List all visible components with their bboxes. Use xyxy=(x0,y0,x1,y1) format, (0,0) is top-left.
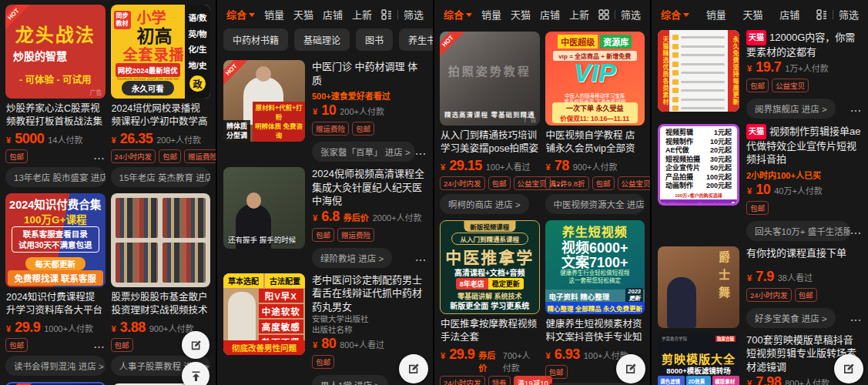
sort-comprehensive[interactable]: 综合 xyxy=(444,7,472,22)
image-text: 古法配置 xyxy=(265,273,305,288)
product-item[interactable]: 视频剪辑1元起 视频制作10元起 AE代做20元起 短视频拍摄30元起 企业宣传… xyxy=(658,124,862,241)
product-card[interactable]: 新版视频课程 从入门到精通系课程 中医推拿学 高清课程+文档+音频 8年老店稳定… xyxy=(440,220,540,385)
sort-comprehensive[interactable]: 综合 xyxy=(226,7,255,22)
price-row: ¥7.938人看过 xyxy=(747,269,861,285)
image-text: 中医推拿学 xyxy=(441,245,539,268)
product-card[interactable]: 同步教材 小学 初高 全套录播 网校2024最新培优 Network schoo… xyxy=(111,5,211,187)
more-button[interactable]: ... xyxy=(94,151,106,162)
panel-3: 综合 销量 天猫 店铺 上新 筛选 HOT 拍照姿势教程 精选高清课程 零基础到… xyxy=(434,0,652,385)
shop-link[interactable]: 好多宝美食 进店 > xyxy=(746,308,836,328)
sort-shop[interactable]: 店铺 xyxy=(779,7,799,22)
layout-toggle-icon[interactable] xyxy=(816,9,827,20)
price: 29.9 xyxy=(15,320,40,336)
product-image[interactable]: 爵士舞 xyxy=(658,246,739,328)
product-card[interactable]: HOT 拍照姿势教程 精选高清课程 零基础到精通 广告 从入门到精通技巧培训学习… xyxy=(440,32,540,214)
chip[interactable]: 基础理论 xyxy=(294,28,350,51)
tag: 赠运费险 xyxy=(312,122,349,136)
more-button[interactable]: ... xyxy=(850,226,862,236)
filter-button[interactable]: 筛选 xyxy=(839,7,859,22)
product-item[interactable]: HOT 辨体质分型调 原材料+代煎+打粉明辨体质 免费咨询 中医门诊 中药材调理… xyxy=(223,60,427,162)
filter-button[interactable]: 筛选 xyxy=(621,7,641,22)
tag: 24小时内发 xyxy=(746,288,792,302)
filter-button[interactable]: 筛选 xyxy=(404,7,424,22)
shop-row: 张家醫「百草」 进店 >... xyxy=(312,142,427,162)
price: 5000 xyxy=(15,131,44,147)
compose-button[interactable] xyxy=(182,331,209,359)
product-image[interactable]: 草本选配古法配置 阳V早X 中途软软 高度敏感 勃而不坚 体虚疲劳 举枪无力 彻… xyxy=(223,273,305,355)
chip[interactable]: 养生书 xyxy=(399,28,433,51)
chip[interactable]: 图书 xyxy=(356,28,393,51)
product-image[interactable]: HOT 辨体质分型调 原材料+代煎+打粉明辨体质 免费咨询 xyxy=(223,60,305,142)
product-item[interactable]: 爵士舞 有你找的课程直接下单 ¥7.938人看过 24小时内发包邮 好多宝美食 … xyxy=(658,246,862,328)
product-item[interactable]: 天猫精选优质各类素材 永久免费坚持每周更新 天猫12000G内容，你需要素材的这… xyxy=(658,30,862,119)
shop-link[interactable]: 男人1堂 进店 > xyxy=(312,375,388,385)
product-image[interactable]: 还有握手 握手的时候 xyxy=(223,167,305,249)
publisher: 安徽大学出版社 xyxy=(312,313,427,324)
sort-sales[interactable]: 销量 xyxy=(706,7,726,22)
compose-button[interactable] xyxy=(399,354,428,383)
product-card[interactable]: 中医超级资源库 vip = 全店商品 + 新增免费 VIP 中医人的随身移动学习… xyxy=(545,32,645,214)
service-price: 30元起 xyxy=(710,156,732,165)
product-body: 中医门诊 中药材调理 体质 500+速食爱好者看过 ¥10200+人付款 赠运费… xyxy=(312,60,427,162)
product-image-bookshelf[interactable] xyxy=(111,193,211,287)
image-text-box: 一次下单 永久受益价保双11: 10.16—11.11 xyxy=(552,102,638,123)
chip[interactable]: 中药材书籍 xyxy=(223,28,288,51)
image-text: 100万G+课程 xyxy=(5,211,106,226)
product-image[interactable]: HOT 拍照姿势教程 精选高清课程 零基础到精通 广告 xyxy=(440,32,540,126)
more-button[interactable]: ... xyxy=(850,103,862,114)
shop-link[interactable]: 绿阶教培 进店 > xyxy=(312,248,392,268)
sort-tmall[interactable]: 天猫 xyxy=(511,7,531,22)
product-card[interactable]: HOT 龙头战法 炒股的智慧 - 可体验 - 可试用 广告 炒股养家心法C股票视… xyxy=(5,5,106,187)
more-button[interactable]: ... xyxy=(94,340,106,350)
tag: 包邮 xyxy=(488,176,511,190)
sort-shop[interactable]: 店铺 xyxy=(540,7,560,22)
currency: ¥ xyxy=(441,351,445,360)
product-image[interactable]: HOT 期权课程合集 期权从入门到精通课程合集 ✦ 期权基础入门课 ✦ ✦ 期权… xyxy=(5,382,106,385)
product-image[interactable]: 养生短视频 视频6000+ 文案7100+ 健康养生行业轻松做短视频 这一套帮您… xyxy=(545,220,645,314)
compose-button[interactable] xyxy=(834,354,863,383)
shop-link[interactable]: 15年老店 英杰教育 进店 > xyxy=(111,167,211,187)
back-to-top-button[interactable] xyxy=(182,362,209,385)
shop-link[interactable]: 回头客10万+ 盛千生活服务... > xyxy=(746,221,850,241)
product-image[interactable]: 新版视频课程 从入门到精通系课程 中医推拿学 高清课程+文档+音频 8年老店稳定… xyxy=(440,220,540,314)
layout-toggle-icon[interactable] xyxy=(598,9,609,20)
product-image[interactable]: 2024知识付费合集 100万G+课程 联系客服查看目录试用30天不满意包退 每… xyxy=(5,193,106,287)
shop-link[interactable]: 阅界旗舰店 进店 > xyxy=(746,99,836,119)
product-image[interactable]: 同步教材 小学 初高 全套录播 网校2024最新培优 Network schoo… xyxy=(111,5,211,99)
price: 80 xyxy=(321,336,336,352)
sort-shop[interactable]: 店铺 xyxy=(323,7,343,22)
filter-chips: 中药材书籍 基础理论 图书 养生书 内科学 xyxy=(217,27,433,57)
product-card[interactable]: 2024知识付费合集 100万G+课程 联系客服查看目录试用30天不满意包退 每… xyxy=(5,193,106,376)
product-item[interactable]: 还有握手 握手的时候 2024倪师视频高清课程全集成大灸针厦纪人纪天医中海倪 ¥… xyxy=(223,167,427,268)
product-image[interactable]: 天猫精选优质各类素材 永久免费坚持每周更新 xyxy=(658,30,739,112)
product-item[interactable]: 草本选配古法配置 阳V早X 中途软软 高度敏感 勃而不坚 体虚疲劳 举枪无力 彻… xyxy=(223,273,427,385)
product-image[interactable]: HOT 龙头战法 炒股的智慧 - 可体验 - 可试用 广告 xyxy=(5,5,106,99)
shop-link[interactable]: 读书会得到混沌 进店 > xyxy=(5,356,106,376)
product-card[interactable]: HOT 期权课程合集 期权从入门到精通课程合集 ✦ 期权基础入门课 ✦ ✦ 期权… xyxy=(5,382,106,385)
shop-link[interactable]: 中医视频资源大全 进店 > xyxy=(545,194,645,214)
layout-toggle-icon[interactable] xyxy=(381,9,392,20)
compose-button[interactable] xyxy=(616,354,645,383)
sort-tmall[interactable]: 天猫 xyxy=(743,7,763,22)
shop-link[interactable]: 13年老店 股市盛宴 进店 > xyxy=(5,167,106,187)
image-text: 精心整理 全部精品 永久免费更新 xyxy=(545,302,645,314)
sort-newest[interactable]: 上新 xyxy=(569,7,589,22)
price: 78 xyxy=(555,158,569,174)
product-image[interactable]: 中医超级资源库 vip = 全店商品 + 新增免费 VIP 中医人的随身移动学习… xyxy=(545,32,645,126)
sort-comprehensive[interactable]: 综合 xyxy=(661,7,689,22)
more-button[interactable]: ... xyxy=(850,313,862,323)
sort-tmall[interactable]: 天猫 xyxy=(293,7,313,22)
more-button[interactable]: ... xyxy=(415,146,427,157)
product-image[interactable]: 视频剪辑1元起 视频制作10元起 AE代做20元起 短视频拍摄30元起 企业宣传… xyxy=(658,124,739,206)
sort-sales[interactable]: 销量 xyxy=(264,7,284,22)
more-button[interactable]: ... xyxy=(415,253,427,263)
shop-link[interactable]: 啊柯的商店 进店 > xyxy=(440,194,529,214)
product-image[interactable]: 学思教育学院 独家合辑 剪映模版大全 8000+模板滤镜转场 调色滤镜 模版转场… xyxy=(658,333,739,385)
sort-newest[interactable]: 上新 xyxy=(352,7,372,22)
image-badge: 新版视频课程 xyxy=(464,221,515,232)
product-item[interactable]: 学思教育学院 独家合辑 剪映模版大全 8000+模板滤镜转场 调色滤镜 模版转场… xyxy=(658,333,862,385)
shop-link[interactable]: 张家醫「百草」 进店 > xyxy=(312,142,415,162)
price-row: ¥29.9券后价700+人付款 xyxy=(441,346,539,373)
sort-sales[interactable]: 销量 xyxy=(481,7,501,22)
tag: 包邮 xyxy=(5,338,28,352)
